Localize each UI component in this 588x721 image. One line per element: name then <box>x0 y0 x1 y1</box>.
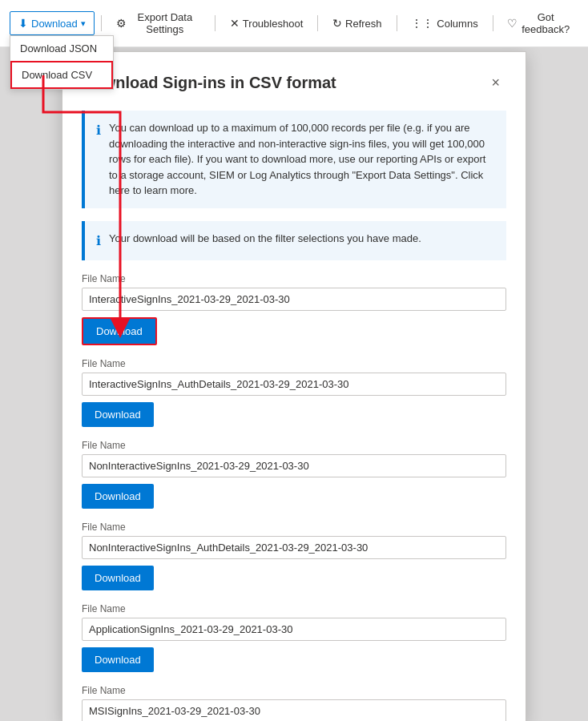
download-icon: ⬇ <box>18 17 28 30</box>
file-label-4: File Name <box>82 603 506 614</box>
file-label-2: File Name <box>82 440 506 451</box>
file-sections-container: File NameInteractiveSignIns_2021-03-29_2… <box>82 273 506 722</box>
info-text-2: Your download will be based on the filte… <box>109 231 421 247</box>
separator-2 <box>215 15 215 31</box>
feedback-button[interactable]: ♡ Got feedback? <box>499 6 578 40</box>
download-toolbar-label: Download <box>31 18 78 30</box>
info-icon-2: ℹ <box>96 232 101 251</box>
columns-button[interactable]: ⋮⋮ Columns <box>403 12 485 34</box>
file-name-input-1[interactable]: InteractiveSignIns_AuthDetails_2021-03-2… <box>82 373 506 396</box>
troubleshoot-label: Troubleshoot <box>243 18 303 30</box>
file-label-0: File Name <box>82 273 506 284</box>
download-json-item[interactable]: Download JSON <box>10 36 113 61</box>
export-settings-button[interactable]: ⚙ Export Data Settings <box>108 6 208 40</box>
file-section-5: File NameMSISignIns_2021-03-29_2021-03-3… <box>82 685 506 722</box>
gear-icon: ⚙ <box>116 17 127 30</box>
file-name-input-3[interactable]: NonInteractiveSignIns_AuthDetails_2021-0… <box>82 536 506 559</box>
feedback-label: Got feedback? <box>521 11 570 35</box>
chevron-down-icon: ▾ <box>81 18 86 29</box>
modal-title: Download Sign-ins in CSV format <box>82 74 336 92</box>
file-name-input-0[interactable]: InteractiveSignIns_2021-03-29_2021-03-30 <box>82 288 506 311</box>
file-label-5: File Name <box>82 685 506 696</box>
export-settings-label: Export Data Settings <box>130 11 200 35</box>
columns-icon: ⋮⋮ <box>411 17 433 30</box>
modal-close-button[interactable]: × <box>485 71 506 95</box>
info-text-1: You can download up to a maximum of 100,… <box>109 120 495 199</box>
file-name-input-4[interactable]: ApplicationSignIns_2021-03-29_2021-03-30 <box>82 618 506 641</box>
download-button-0[interactable]: Download <box>82 317 157 345</box>
download-button-2[interactable]: Download <box>82 484 154 509</box>
refresh-button[interactable]: ↻ Refresh <box>324 12 390 34</box>
modal-overlay: Download Sign-ins in CSV format × ℹ You … <box>0 35 588 721</box>
separator-4 <box>397 15 397 31</box>
file-label-1: File Name <box>82 358 506 369</box>
file-section-1: File NameInteractiveSignIns_AuthDetails_… <box>82 358 506 427</box>
info-box-2: ℹ Your download will be based on the fil… <box>82 221 506 260</box>
download-button-1[interactable]: Download <box>82 402 154 427</box>
file-label-3: File Name <box>82 522 506 533</box>
troubleshoot-button[interactable]: ✕ Troubleshoot <box>222 12 311 34</box>
file-section-2: File NameNonInteractiveSignIns_2021-03-2… <box>82 440 506 509</box>
heart-icon: ♡ <box>507 17 518 30</box>
separator-3 <box>317 15 318 31</box>
download-toolbar-button[interactable]: ⬇ Download ▾ <box>10 11 95 35</box>
info-icon-1: ℹ <box>96 121 101 140</box>
refresh-icon: ↻ <box>332 17 342 30</box>
info-box-1: ℹ You can download up to a maximum of 10… <box>82 111 506 208</box>
file-section-3: File NameNonInteractiveSignIns_AuthDetai… <box>82 522 506 590</box>
separator-1 <box>101 15 102 31</box>
modal-header: Download Sign-ins in CSV format × <box>82 71 506 95</box>
file-name-input-2[interactable]: NonInteractiveSignIns_2021-03-29_2021-03… <box>82 454 506 477</box>
file-section-0: File NameInteractiveSignIns_2021-03-29_2… <box>82 273 506 345</box>
dropdown-menu: Download JSON Download CSV <box>10 35 114 90</box>
separator-5 <box>493 15 493 31</box>
columns-label: Columns <box>437 18 477 30</box>
refresh-label: Refresh <box>345 18 382 30</box>
file-name-input-5[interactable]: MSISignIns_2021-03-29_2021-03-30 <box>82 699 506 722</box>
download-button-4[interactable]: Download <box>82 647 154 672</box>
modal-dialog: Download Sign-ins in CSV format × ℹ You … <box>62 51 526 721</box>
download-button-3[interactable]: Download <box>82 566 154 590</box>
download-csv-item[interactable]: Download CSV <box>10 61 113 89</box>
wrench-icon: ✕ <box>230 17 240 30</box>
file-section-4: File NameApplicationSignIns_2021-03-29_2… <box>82 603 506 672</box>
